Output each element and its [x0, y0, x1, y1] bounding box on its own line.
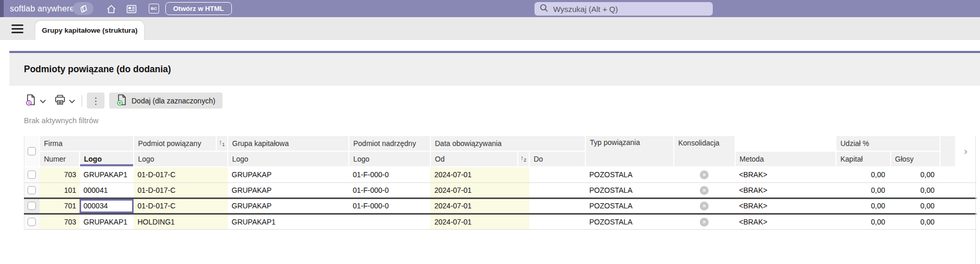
top-bar: softlab anywhere: [0, 0, 980, 17]
cell-numer[interactable]: 101: [40, 182, 80, 198]
select-all-checkbox[interactable]: [28, 147, 36, 155]
cell-firma-logo[interactable]: GRUPAKAP1: [80, 214, 134, 229]
table-row[interactable]: 703 GRUPAKAP1 HOLDING1 GRUPAKAP1 2024-07…: [24, 214, 976, 229]
group-header-data-obowiazywania[interactable]: Data obowiązywania: [430, 136, 585, 151]
cell-podmiot-powiazany-logo[interactable]: HOLDING1: [134, 214, 228, 229]
cell-od[interactable]: 2024-07-01: [430, 198, 529, 214]
cell-konsolidacja[interactable]: ×: [674, 214, 735, 229]
cell-glosy[interactable]: 0,00: [891, 198, 940, 214]
print-button[interactable]: [53, 93, 67, 109]
cell-grupa-kapitalowa-logo[interactable]: GRUPAKAP: [228, 182, 349, 198]
cell-podmiot-nadrzedny-logo[interactable]: 01-F-000-0: [349, 198, 430, 214]
tab-grupy-kapitalowe[interactable]: Grupy kapitałowe (struktura): [35, 21, 144, 40]
cell-numer[interactable]: 701: [40, 198, 80, 214]
cell-firma-logo[interactable]: 000041: [80, 182, 134, 198]
workspaces-button[interactable]: [73, 2, 94, 15]
column-header-podmiot-powiazany-logo[interactable]: Logo: [134, 151, 228, 167]
table-row-selected[interactable]: 701 000034 01-D-017-C GRUPAKAP 01-F-000-…: [24, 198, 976, 214]
content-area: Podmioty powiązane (do dodania): [0, 40, 980, 264]
cell-podmiot-nadrzedny-logo[interactable]: 01-F-000-0: [349, 182, 430, 198]
global-search[interactable]: [534, 2, 713, 16]
group-header-podmiot-powiazany[interactable]: Podmiot powiązany ↑1: [134, 136, 228, 151]
column-header-kapital[interactable]: Kapitał: [836, 151, 891, 167]
cell-kapital[interactable]: 0,00: [836, 182, 891, 198]
cell-do[interactable]: [529, 167, 585, 182]
group-header-grupa-kapitalowa[interactable]: Grupa kapitałowa: [228, 136, 349, 151]
cell-glosy[interactable]: 0,00: [891, 182, 940, 198]
cell-glosy[interactable]: 0,00: [891, 214, 940, 229]
tab-bar: Grupy kapitałowe (struktura): [0, 17, 980, 40]
home-button[interactable]: [106, 4, 116, 14]
cell-podmiot-powiazany-logo[interactable]: 01-D-017-C: [134, 198, 228, 214]
column-header-konsolidacja[interactable]: Konsolidacja: [674, 136, 735, 167]
table-row[interactable]: 703 GRUPAKAP1 01-D-017-C GRUPAKAP 01-F-0…: [24, 167, 976, 182]
cell-grupa-kapitalowa-logo[interactable]: GRUPAKAP: [228, 167, 349, 182]
cell-konsolidacja[interactable]: ×: [674, 198, 735, 214]
cell-kapital[interactable]: 0,00: [836, 167, 891, 182]
bc-module-button[interactable]: BC: [149, 4, 159, 14]
cell-metoda[interactable]: <BRAK>: [735, 214, 836, 229]
column-header-od[interactable]: Od ↑2: [430, 151, 529, 167]
column-header-metoda[interactable]: Metoda: [735, 151, 836, 167]
cell-podmiot-nadrzedny-logo[interactable]: 01-F-000-0: [349, 167, 430, 182]
table-row[interactable]: 101 000041 01-D-017-C GRUPAKAP 01-F-000-…: [24, 182, 976, 198]
cell-od[interactable]: 2024-07-01: [430, 214, 529, 229]
cell-glosy[interactable]: 0,00: [891, 167, 940, 182]
cell-metoda[interactable]: <BRAK>: [735, 167, 836, 182]
cell-firma-logo[interactable]: GRUPAKAP1: [80, 167, 134, 182]
cell-typ-powiazania[interactable]: POZOSTALA: [585, 214, 674, 229]
cell-numer[interactable]: 703: [40, 167, 80, 182]
cell-chevron: [956, 198, 976, 214]
cell-do[interactable]: [529, 214, 585, 229]
cell-od[interactable]: 2024-07-01: [430, 182, 529, 198]
row-checkbox[interactable]: [28, 202, 36, 210]
cell-podmiot-nadrzedny-logo[interactable]: [349, 214, 430, 229]
cell-numer[interactable]: 703: [40, 214, 80, 229]
cell-podmiot-powiazany-logo[interactable]: 01-D-017-C: [134, 182, 228, 198]
cell-chevron: [956, 167, 976, 182]
cell-grupa-kapitalowa-logo[interactable]: GRUPAKAP: [228, 198, 349, 214]
add-selected-button[interactable]: Dodaj (dla zaznaczonych): [109, 93, 223, 109]
cell-podmiot-powiazany-logo[interactable]: 01-D-017-C: [134, 167, 228, 182]
cell-firma-logo-focused[interactable]: 000034: [80, 198, 134, 214]
cell-typ-powiazania[interactable]: POZOSTALA: [585, 182, 674, 198]
search-input[interactable]: [553, 5, 708, 14]
cell-typ-powiazania[interactable]: POZOSTALA: [585, 198, 674, 214]
cell-konsolidacja[interactable]: ×: [674, 182, 735, 198]
group-header-firma[interactable]: Firma: [40, 136, 134, 151]
export-button[interactable]: [24, 93, 37, 109]
column-header-do[interactable]: Do: [529, 151, 585, 167]
column-header-podmiot-nadrzedny-logo[interactable]: Logo: [349, 151, 430, 167]
print-dropdown[interactable]: [67, 93, 77, 109]
scroll-columns-right[interactable]: ›: [956, 136, 976, 167]
cell-do[interactable]: [529, 182, 585, 198]
cell-metoda[interactable]: <BRAK>: [735, 182, 836, 198]
sort-asc-icon[interactable]: ↑1: [216, 136, 227, 151]
export-dropdown[interactable]: [37, 93, 48, 109]
row-checkbox[interactable]: [28, 186, 36, 194]
column-header-glosy[interactable]: Głosy: [891, 151, 940, 167]
cell-typ-powiazania[interactable]: POZOSTALA: [585, 167, 674, 182]
group-header-udzial[interactable]: Udział %: [836, 136, 940, 151]
row-checkbox[interactable]: [28, 170, 36, 179]
filters-status: Brak aktywnych filtrów: [24, 116, 98, 125]
cell-konsolidacja[interactable]: ×: [674, 167, 735, 182]
cell-trailing: [940, 167, 956, 182]
column-header-firma-logo[interactable]: Logo: [80, 151, 134, 167]
cell-kapital[interactable]: 0,00: [836, 214, 891, 229]
row-checkbox[interactable]: [28, 218, 36, 226]
sort-asc-icon[interactable]: ↑2: [517, 152, 529, 166]
column-header-typ-powiazania[interactable]: Typ powiązania: [585, 136, 674, 167]
cell-kapital[interactable]: 0,00: [836, 198, 891, 214]
column-header-grupa-kapitalowa-logo[interactable]: Logo: [228, 151, 349, 167]
cell-grupa-kapitalowa-logo[interactable]: GRUPAKAP1: [228, 214, 349, 229]
group-header-podmiot-nadrzedny[interactable]: Podmiot nadrzędny: [349, 136, 430, 151]
menu-button[interactable]: [11, 24, 23, 33]
column-header-numer[interactable]: Numer: [40, 151, 80, 167]
open-in-html-button[interactable]: Otwórz w HTML: [165, 2, 232, 15]
more-actions-button[interactable]: ⋮: [87, 93, 104, 109]
cell-metoda[interactable]: <BRAK>: [735, 198, 836, 214]
news-button[interactable]: [126, 4, 137, 14]
cell-do[interactable]: [529, 198, 585, 214]
cell-od[interactable]: 2024-07-01: [430, 167, 529, 182]
